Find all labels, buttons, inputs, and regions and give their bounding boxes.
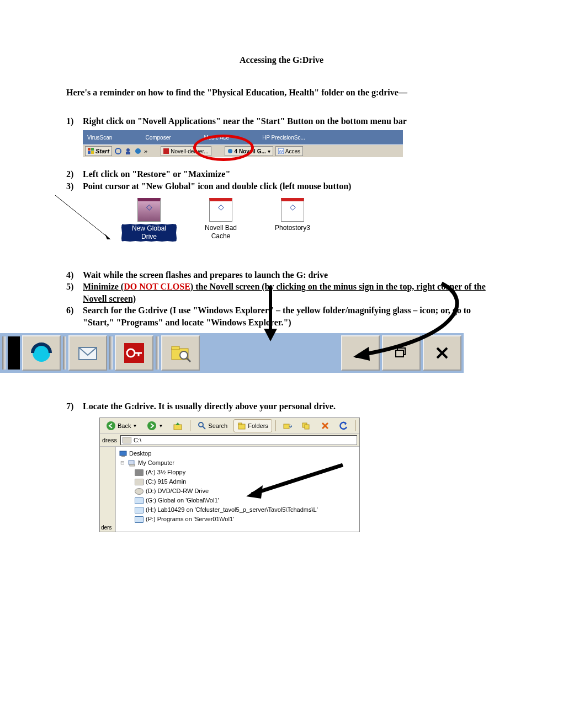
tree-drive-d[interactable]: (D:) DVD/CD-RW Drive: [119, 486, 356, 496]
divider: [190, 420, 190, 431]
svg-point-4: [115, 148, 121, 154]
search-icon: [198, 421, 206, 430]
figure-taskbar: VirusScan Composer Music Ace HP Precisio…: [83, 130, 403, 157]
person-icon[interactable]: [124, 147, 132, 155]
folder-search-icon: [168, 341, 193, 365]
arrow-icon: [50, 195, 121, 250]
mail-icon: [76, 341, 100, 365]
tree-drive-p[interactable]: (P:) Programs on 'Server01\Vol1': [119, 515, 356, 524]
folders-icon: [237, 421, 246, 430]
svg-point-32: [107, 421, 115, 430]
search-button[interactable]: Search: [194, 419, 231, 432]
svg-rect-47: [130, 464, 135, 466]
tree-label: (H:) Lab10429 on 'Cfcluster_tavol5_p_ser…: [146, 505, 318, 515]
folders-button[interactable]: Folders: [233, 419, 272, 432]
tree-drive-g[interactable]: (G:) Global on 'Global\Vol1': [119, 496, 356, 505]
tray-hp: HP PrecisionSc...: [262, 135, 305, 141]
separator: [2, 336, 6, 370]
forward-button[interactable]: ▼: [143, 419, 167, 432]
figure-desktop-icons: New Global Drive Novell Bad Cache Photos…: [50, 198, 497, 242]
globe-icon[interactable]: [134, 147, 142, 155]
folders-tab-label: ders: [100, 523, 113, 532]
back-button[interactable]: Back ▼: [102, 419, 141, 432]
cd-drive-icon: [135, 488, 144, 495]
back-arrow-icon: [106, 421, 116, 431]
svg-rect-1: [91, 148, 94, 151]
undo-button[interactable]: [336, 419, 352, 432]
up-button[interactable]: [169, 419, 187, 432]
svg-rect-44: [120, 451, 126, 456]
start-button[interactable]: Start: [85, 146, 112, 156]
copy-icon: [302, 421, 311, 430]
svg-point-25: [180, 351, 188, 359]
tree-label: Desktop: [129, 449, 151, 458]
svg-point-7: [135, 148, 141, 154]
svg-rect-34: [174, 425, 182, 430]
task-novell-deliver[interactable]: Novell-deliver...: [161, 146, 211, 156]
ie-big-icon: [29, 341, 54, 365]
quicklaunch-mail[interactable]: [68, 335, 107, 371]
task-novell-g[interactable]: 4 Novell G... ▾: [225, 146, 273, 156]
back-label: Back: [118, 422, 131, 429]
folder-tree[interactable]: Desktop ⊟ My Computer (A:) 3½ Floppy (C:…: [116, 447, 359, 532]
window-restore-button[interactable]: [382, 335, 421, 371]
network-drive-icon: [135, 497, 144, 504]
icon-photostory3[interactable]: Photostory3: [265, 198, 320, 232]
tree-desktop[interactable]: Desktop: [119, 449, 356, 458]
ie-icon[interactable]: [114, 147, 122, 155]
svg-point-5: [126, 148, 130, 152]
quicklaunch-explorer[interactable]: [161, 335, 200, 371]
folders-pane-tab: ders: [100, 447, 116, 532]
windows-logo-icon: [88, 148, 94, 154]
copy-to-button[interactable]: [298, 419, 315, 432]
window-close-button[interactable]: [423, 335, 461, 371]
intro-text: Here's a reminder on how to find the "Ph…: [66, 87, 497, 99]
floppy-icon: [135, 469, 144, 476]
tree-drive-c[interactable]: (C:) 915 Admin: [119, 477, 356, 486]
icon-label: Photostory3: [274, 224, 311, 232]
svg-marker-13: [105, 234, 110, 239]
window-minimize-button[interactable]: [341, 335, 380, 371]
tree-label: (A:) 3½ Floppy: [146, 468, 185, 477]
icon-novell-bad-cache[interactable]: Novell Bad Cache: [193, 198, 248, 240]
page-title: Accessing the G:Drive: [66, 55, 497, 65]
task-label: Acces: [285, 148, 300, 154]
quicklaunch-key[interactable]: [115, 335, 153, 371]
tree-drive-h[interactable]: (H:) Lab10429 on 'Cfcluster_tavol5_p_ser…: [119, 505, 356, 515]
undo-icon: [339, 421, 348, 430]
move-to-button[interactable]: [279, 419, 296, 432]
separator: [109, 336, 113, 370]
taskbar-bottom-row: Start » Novell-deliver... 4 Novell G... …: [83, 144, 403, 157]
tree-label: (C:) 915 Admin: [146, 477, 186, 486]
network-drive-icon: [135, 516, 144, 523]
figure-quicklaunch: [0, 333, 464, 373]
quicklaunch-ie[interactable]: [22, 335, 61, 371]
tree-drive-a[interactable]: (A:) 3½ Floppy: [119, 468, 356, 477]
computer-icon: [128, 460, 136, 467]
globe-small-icon: [227, 148, 233, 154]
overflow-chevron[interactable]: »: [144, 148, 147, 154]
folder-up-icon: [173, 421, 183, 431]
svg-line-12: [55, 195, 110, 239]
delete-button[interactable]: [317, 419, 333, 432]
svg-point-9: [228, 149, 232, 153]
separator: [63, 336, 66, 370]
tree-mycomputer[interactable]: ⊟ My Computer: [119, 458, 356, 468]
task-label: 4 Novell G...: [235, 148, 266, 154]
tree-label: (G:) Global on 'Global\Vol1': [146, 496, 219, 505]
step-3: Point cursor at "New Global" icon and do…: [66, 180, 497, 192]
app-box-icon: [209, 198, 232, 222]
address-field[interactable]: C:\: [120, 435, 357, 445]
desktop-icon: [119, 451, 127, 457]
svg-rect-3: [91, 151, 94, 154]
network-drive-icon: [135, 507, 144, 513]
tray-musicace: Music Ace: [204, 135, 230, 141]
icon-new-global-drive[interactable]: New Global Drive: [121, 198, 177, 242]
folders-label: Folders: [248, 422, 268, 429]
task-access[interactable]: W Acces: [275, 146, 303, 156]
dropdown-icon: ▼: [158, 424, 163, 429]
explorer-toolbar: Back ▼ ▼ Search Folders: [100, 418, 359, 434]
svg-rect-41: [305, 425, 309, 429]
dropdown-icon: ▾: [268, 148, 270, 154]
divider: [275, 420, 276, 431]
